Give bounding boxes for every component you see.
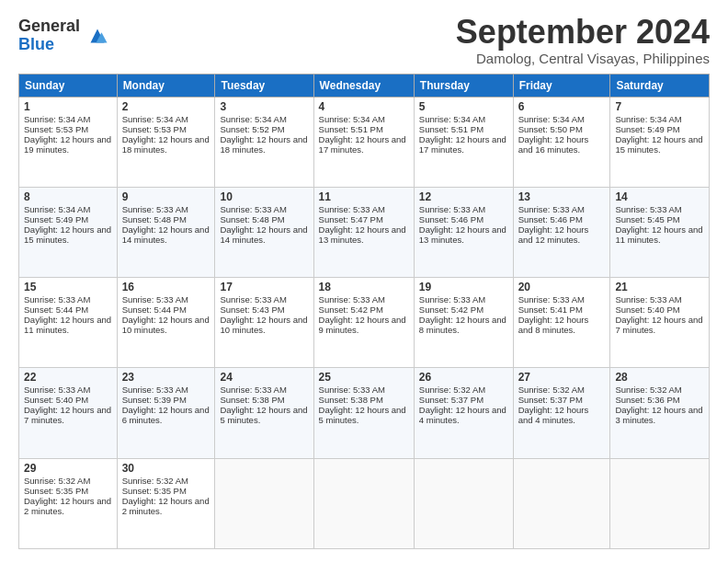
sunset: Sunset: 5:41 PM (518, 304, 583, 315)
day-number: 7 (615, 100, 704, 113)
sunrise: Sunrise: 5:34 AM (122, 114, 188, 124)
sunset: Sunset: 5:46 PM (419, 214, 483, 224)
table-row: 17Sunrise: 5:33 AMSunset: 5:43 PMDayligh… (215, 278, 313, 368)
sunrise: Sunrise: 5:33 AM (419, 294, 485, 304)
col-tuesday: Tuesday (215, 74, 313, 97)
day-number: 21 (615, 281, 704, 293)
day-number: 6 (518, 100, 606, 113)
day-number: 24 (220, 371, 308, 384)
table-row: 10Sunrise: 5:33 AMSunset: 5:48 PMDayligh… (215, 187, 313, 277)
daylight: Daylight: 12 hours and 7 minutes. (24, 405, 111, 425)
sunrise: Sunrise: 5:33 AM (518, 204, 585, 214)
sunset: Sunset: 5:52 PM (220, 124, 284, 134)
day-number: 25 (319, 371, 409, 384)
table-row: 15Sunrise: 5:33 AMSunset: 5:44 PMDayligh… (19, 278, 118, 368)
day-number: 9 (122, 190, 210, 203)
table-row (414, 458, 513, 548)
sunset: Sunset: 5:48 PM (220, 214, 284, 224)
table-row: 23Sunrise: 5:33 AMSunset: 5:39 PMDayligh… (117, 368, 215, 458)
sunrise: Sunrise: 5:33 AM (220, 294, 286, 304)
month-title: September 2024 (456, 14, 710, 51)
calendar-table: Sunday Monday Tuesday Wednesday Thursday… (18, 74, 710, 549)
table-row: 9Sunrise: 5:33 AMSunset: 5:48 PMDaylight… (117, 187, 215, 277)
table-row: 2Sunrise: 5:34 AMSunset: 5:53 PMDaylight… (117, 97, 215, 187)
day-number: 22 (24, 371, 112, 384)
sunset: Sunset: 5:43 PM (220, 304, 284, 315)
table-row: 29Sunrise: 5:32 AMSunset: 5:35 PMDayligh… (19, 458, 118, 548)
table-row: 1Sunrise: 5:34 AMSunset: 5:53 PMDaylight… (19, 97, 118, 187)
daylight: Daylight: 12 hours and 7 minutes. (615, 315, 702, 335)
sunset: Sunset: 5:42 PM (419, 304, 483, 315)
sunset: Sunset: 5:49 PM (24, 214, 88, 224)
daylight: Daylight: 12 hours and 8 minutes. (419, 315, 506, 335)
day-number: 5 (419, 100, 508, 113)
table-row: 27Sunrise: 5:32 AMSunset: 5:37 PMDayligh… (513, 368, 610, 458)
day-number: 17 (220, 281, 308, 293)
sunrise: Sunrise: 5:34 AM (319, 114, 385, 124)
daylight: Daylight: 12 hours and 14 minutes. (220, 224, 307, 245)
daylight: Daylight: 12 hours and 17 minutes. (319, 134, 406, 155)
day-number: 28 (615, 371, 704, 384)
col-thursday: Thursday (414, 74, 513, 97)
daylight: Daylight: 12 hours and 2 minutes. (122, 496, 210, 516)
table-row: 24Sunrise: 5:33 AMSunset: 5:38 PMDayligh… (215, 368, 313, 458)
sunrise: Sunrise: 5:33 AM (319, 294, 385, 304)
table-row: 12Sunrise: 5:33 AMSunset: 5:46 PMDayligh… (414, 187, 513, 277)
day-number: 10 (220, 190, 308, 203)
table-row: 11Sunrise: 5:33 AMSunset: 5:47 PMDayligh… (313, 187, 414, 277)
day-number: 11 (319, 190, 409, 203)
sunset: Sunset: 5:53 PM (122, 124, 187, 134)
sunset: Sunset: 5:42 PM (319, 304, 383, 315)
daylight: Daylight: 12 hours and 6 minutes. (122, 405, 210, 425)
sunrise: Sunrise: 5:33 AM (319, 385, 385, 395)
table-row: 14Sunrise: 5:33 AMSunset: 5:45 PMDayligh… (610, 187, 710, 277)
daylight: Daylight: 12 hours and 5 minutes. (319, 405, 406, 425)
calendar-week-4: 22Sunrise: 5:33 AMSunset: 5:40 PMDayligh… (19, 368, 710, 458)
day-number: 12 (419, 190, 508, 203)
sunrise: Sunrise: 5:32 AM (615, 385, 681, 395)
sunset: Sunset: 5:40 PM (615, 304, 679, 315)
table-row: 16Sunrise: 5:33 AMSunset: 5:44 PMDayligh… (117, 278, 215, 368)
sunset: Sunset: 5:36 PM (615, 395, 679, 405)
daylight: Daylight: 12 hours and 15 minutes. (24, 224, 111, 245)
table-row: 30Sunrise: 5:32 AMSunset: 5:35 PMDayligh… (117, 458, 215, 548)
sunset: Sunset: 5:51 PM (419, 124, 483, 134)
day-number: 15 (24, 281, 112, 293)
sunrise: Sunrise: 5:34 AM (518, 114, 585, 124)
table-row: 18Sunrise: 5:33 AMSunset: 5:42 PMDayligh… (313, 278, 414, 368)
day-number: 3 (220, 100, 308, 113)
sunset: Sunset: 5:51 PM (319, 124, 383, 134)
day-number: 29 (24, 462, 112, 475)
sunset: Sunset: 5:37 PM (419, 395, 483, 405)
col-friday: Friday (513, 74, 610, 97)
sunset: Sunset: 5:46 PM (518, 214, 583, 224)
logo-general: General (18, 17, 80, 36)
sunrise: Sunrise: 5:33 AM (518, 294, 585, 304)
sunset: Sunset: 5:37 PM (518, 395, 583, 405)
daylight: Daylight: 12 hours and 8 minutes. (518, 315, 589, 335)
sunrise: Sunrise: 5:33 AM (220, 204, 286, 214)
logo-icon (84, 22, 111, 50)
daylight: Daylight: 12 hours and 16 minutes. (518, 134, 589, 155)
sunrise: Sunrise: 5:34 AM (220, 114, 286, 124)
sunrise: Sunrise: 5:32 AM (122, 476, 188, 486)
daylight: Daylight: 12 hours and 4 minutes. (419, 405, 506, 425)
table-row: 4Sunrise: 5:34 AMSunset: 5:51 PMDaylight… (313, 97, 414, 187)
daylight: Daylight: 12 hours and 2 minutes. (24, 496, 111, 516)
table-row (215, 458, 313, 548)
day-number: 19 (419, 281, 508, 293)
location: Damolog, Central Visayas, Philippines (456, 51, 710, 66)
sunset: Sunset: 5:44 PM (122, 304, 187, 315)
daylight: Daylight: 12 hours and 11 minutes. (615, 224, 702, 245)
sunrise: Sunrise: 5:32 AM (24, 476, 90, 486)
sunrise: Sunrise: 5:33 AM (615, 294, 681, 304)
daylight: Daylight: 12 hours and 17 minutes. (419, 134, 506, 155)
daylight: Daylight: 12 hours and 19 minutes. (24, 134, 111, 155)
sunrise: Sunrise: 5:32 AM (419, 385, 485, 395)
sunrise: Sunrise: 5:32 AM (518, 385, 585, 395)
day-number: 26 (419, 371, 508, 384)
daylight: Daylight: 12 hours and 4 minutes. (518, 405, 589, 425)
col-sunday: Sunday (19, 74, 118, 97)
sunset: Sunset: 5:53 PM (24, 124, 88, 134)
day-number: 2 (122, 100, 210, 113)
